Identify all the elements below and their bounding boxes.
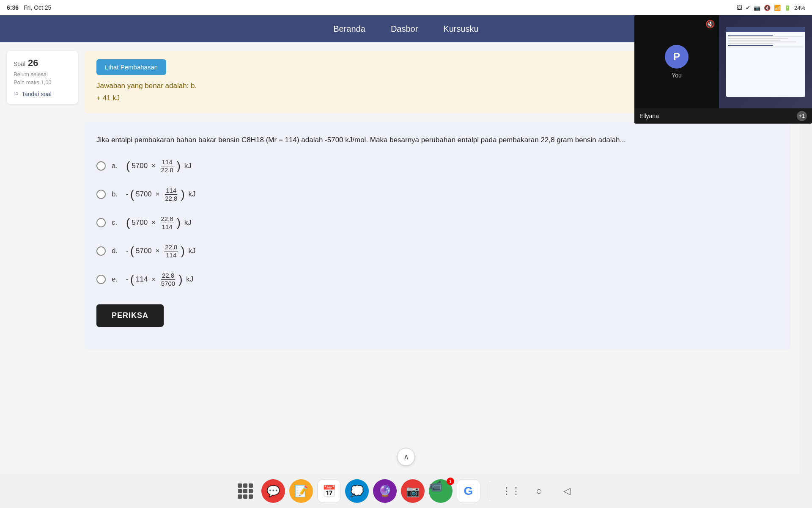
screen-content (726, 27, 805, 97)
option-c-label: c. (112, 218, 120, 227)
camera-icon: 📷 (754, 5, 760, 11)
periksa-button[interactable]: PERIKSA (96, 304, 164, 327)
app-skype-icon[interactable]: 🔮 (373, 479, 397, 503)
option-e-row[interactable]: e. - ( 114 × 22,8 5700 ) kJ (96, 272, 779, 287)
lihat-pembahasan-button[interactable]: Lihat Pembahasan (96, 59, 166, 75)
check-icon: ✔ (746, 5, 750, 11)
soal-number: 26 (28, 58, 38, 69)
video-other-panel (719, 15, 812, 108)
soal-card: Soal 26 Belum selesai Poin maks 1,00 ⚐ T… (7, 51, 78, 104)
left-sidebar: Soal 26 Belum selesai Poin maks 1,00 ⚐ T… (0, 42, 85, 474)
app-chat-icon[interactable]: 💭 (345, 479, 369, 503)
taskbar: 💬 📝 📅 💭 🔮 📷 📹 1 G ⋮⋮ ○ (0, 474, 812, 508)
question-text: Jika entalpi pembakaran bahan bakar bens… (96, 134, 779, 146)
option-d-label: d. (112, 247, 120, 255)
nav-menu-icon: ⋮⋮ (502, 486, 521, 497)
wifi-icon: 📶 (774, 5, 781, 11)
nav-back-button[interactable]: ◁ (555, 482, 579, 500)
you-label: You (672, 72, 682, 79)
nav-dasbor[interactable]: Dasbor (391, 24, 418, 34)
app-notes-icon[interactable]: 📝 (289, 479, 313, 503)
ellyana-bar: Ellyana +1 (634, 108, 812, 124)
option-d-row[interactable]: d. - ( 5700 × 22,8 114 ) kJ (96, 243, 779, 259)
chevron-up-icon: ∧ (403, 452, 409, 461)
grid-dots-icon (238, 483, 253, 499)
option-e-label: e. (112, 275, 120, 284)
option-e-radio[interactable] (96, 275, 106, 284)
app-camera2-icon[interactable]: 📷 (401, 479, 425, 503)
tandai-label: Tandai soal (22, 91, 52, 97)
screenshot-icon: 🖼 (737, 5, 742, 11)
grid-menu-button[interactable] (233, 482, 257, 500)
screen-body (726, 32, 805, 97)
app-calendar-icon[interactable]: 📅 (317, 479, 341, 503)
tandai-soal-button[interactable]: ⚐ Tandai soal (14, 91, 52, 97)
app-google-icon[interactable]: G (457, 479, 480, 503)
option-e-formula: - ( 114 × 22,8 5700 ) kJ (126, 272, 193, 287)
option-b-radio[interactable] (96, 190, 106, 199)
nav-home-button[interactable]: ○ (527, 482, 551, 500)
screen-share-thumbnail (719, 15, 812, 108)
status-date: Fri, Oct 25 (24, 4, 51, 11)
nav-beranda[interactable]: Beranda (333, 24, 365, 34)
option-d-formula: - ( 5700 × 22,8 114 ) kJ (126, 243, 195, 259)
option-d-radio[interactable] (96, 246, 106, 256)
screen-nav-bar (726, 27, 805, 32)
option-a-label: a. (112, 162, 120, 170)
option-a-radio[interactable] (96, 161, 106, 171)
avatar: P (665, 45, 689, 69)
option-c-radio[interactable] (96, 218, 106, 227)
battery-percent: 24% (794, 5, 805, 11)
flag-icon: ⚐ (14, 91, 19, 97)
nav-home-icon: ○ (536, 485, 542, 497)
app-messaging-icon[interactable]: 💬 (261, 479, 285, 503)
taskbar-divider (490, 482, 490, 500)
question-card: Jika entalpi pembakaran bahan bakar bens… (85, 121, 791, 350)
option-a-formula: ( 5700 × 114 22,8 ) kJ (126, 158, 192, 174)
option-b-formula: - ( 5700 × 114 22,8 ) kJ (126, 187, 195, 202)
scroll-up-button[interactable]: ∧ (397, 448, 415, 466)
soal-label: Soal (14, 61, 25, 67)
battery-icon: 🔋 (784, 5, 791, 11)
app-meet-icon[interactable]: 📹 1 (429, 479, 453, 503)
taskbar-apps: 💬 📝 📅 💭 🔮 📷 📹 1 G ⋮⋮ ○ (233, 479, 579, 503)
nav-kursusku[interactable]: Kursusku (443, 24, 478, 34)
status-time: 6:36 (7, 4, 19, 11)
mute-icon: 🔇 (764, 5, 771, 11)
notification-badge: 1 (447, 478, 454, 485)
plus-one-badge: +1 (797, 111, 807, 121)
option-b-row[interactable]: b. - ( 5700 × 114 22,8 ) kJ (96, 187, 779, 202)
soal-poin: Poin maks 1,00 (14, 79, 71, 86)
video-self-panel: 🔇 P You (634, 15, 719, 108)
option-c-row[interactable]: c. ( 5700 × 22,8 114 ) kJ (96, 215, 779, 231)
option-c-formula: ( 5700 × 22,8 114 ) kJ (126, 215, 192, 231)
status-icons: 🖼 ✔ 📷 🔇 📶 🔋 24% (737, 5, 805, 11)
option-a-row[interactable]: a. ( 5700 × 114 22,8 ) kJ (96, 158, 779, 174)
option-b-label: b. (112, 190, 120, 199)
video-call-overlay: 🔇 P You (634, 15, 812, 124)
nav-menu-button[interactable]: ⋮⋮ (499, 482, 523, 500)
soal-header: Soal 26 (14, 58, 71, 69)
nav-back-icon: ◁ (563, 486, 571, 497)
ellyana-name: Ellyana (639, 113, 659, 119)
mic-off-icon: 🔇 (705, 19, 715, 29)
soal-status: Belum selesai (14, 71, 71, 77)
status-bar: 6:36 Fri, Oct 25 🖼 ✔ 📷 🔇 📶 🔋 24% (0, 0, 812, 15)
